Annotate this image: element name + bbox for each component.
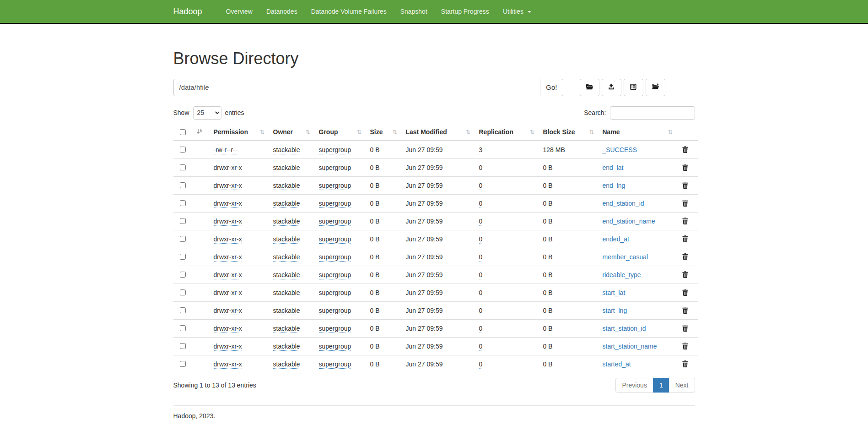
go-button[interactable]: Go! bbox=[540, 79, 563, 96]
row-checkbox[interactable] bbox=[180, 272, 186, 278]
group-value[interactable]: supergroup bbox=[319, 271, 351, 279]
file-link[interactable]: start_station_name bbox=[603, 343, 657, 350]
replication-value[interactable]: 0 bbox=[479, 218, 483, 226]
owner-value[interactable]: stackable bbox=[273, 146, 300, 154]
group-value[interactable]: supergroup bbox=[319, 343, 351, 351]
row-checkbox[interactable] bbox=[180, 200, 186, 206]
delete-button[interactable] bbox=[681, 306, 689, 315]
page-size-select[interactable]: 25 bbox=[193, 106, 221, 120]
pagination-previous[interactable]: Previous bbox=[615, 378, 653, 393]
row-checkbox[interactable] bbox=[180, 361, 186, 367]
nav-link-snapshot[interactable]: Snapshot bbox=[394, 0, 434, 23]
owner-value[interactable]: stackable bbox=[273, 307, 300, 315]
file-link[interactable]: end_lat bbox=[603, 164, 624, 171]
file-link[interactable]: rideable_type bbox=[603, 271, 641, 278]
nav-link-datanode-volume-failures[interactable]: Datanode Volume Failures bbox=[304, 0, 394, 23]
row-checkbox[interactable] bbox=[180, 147, 186, 153]
replication-value[interactable]: 0 bbox=[479, 253, 483, 262]
brand-link[interactable]: Hadoop bbox=[173, 0, 209, 23]
permission-value[interactable]: drwxr-xr-x bbox=[214, 235, 242, 244]
permission-value[interactable]: drwxr-xr-x bbox=[214, 253, 242, 262]
group-value[interactable]: supergroup bbox=[319, 200, 351, 208]
delete-button[interactable] bbox=[681, 199, 689, 207]
file-link[interactable]: end_station_id bbox=[603, 200, 644, 207]
group-value[interactable]: supergroup bbox=[319, 182, 351, 190]
permission-value[interactable]: drwxr-xr-x bbox=[214, 218, 242, 226]
owner-value[interactable]: stackable bbox=[273, 200, 300, 208]
group-value[interactable]: supergroup bbox=[319, 146, 351, 154]
row-checkbox[interactable] bbox=[180, 236, 186, 242]
owner-value[interactable]: stackable bbox=[273, 235, 300, 244]
delete-button[interactable] bbox=[681, 163, 689, 172]
file-link[interactable]: member_casual bbox=[603, 253, 648, 261]
permission-value[interactable]: drwxr-xr-x bbox=[214, 343, 242, 351]
nav-link-datanodes[interactable]: Datanodes bbox=[259, 0, 304, 23]
group-value[interactable]: supergroup bbox=[319, 360, 351, 369]
nav-link-utilities[interactable]: Utilities bbox=[496, 0, 538, 23]
row-checkbox[interactable] bbox=[180, 289, 186, 295]
owner-value[interactable]: stackable bbox=[273, 253, 300, 262]
header-replication[interactable]: Replication⇅ bbox=[474, 124, 539, 141]
owner-value[interactable]: stackable bbox=[273, 164, 300, 172]
delete-button[interactable] bbox=[681, 288, 689, 297]
replication-value[interactable]: 0 bbox=[479, 271, 483, 279]
file-link[interactable]: _SUCCESS bbox=[603, 146, 637, 153]
nav-link-startup-progress[interactable]: Startup Progress bbox=[434, 0, 496, 23]
paste-into-folder-button[interactable] bbox=[646, 79, 665, 96]
delete-button[interactable] bbox=[681, 252, 689, 261]
permission-value[interactable]: drwxr-xr-x bbox=[214, 289, 242, 297]
header-name[interactable]: Name⇅ bbox=[598, 124, 677, 141]
directory-path-input[interactable] bbox=[173, 79, 541, 96]
owner-value[interactable]: stackable bbox=[273, 289, 300, 297]
replication-value[interactable]: 0 bbox=[479, 200, 483, 208]
header-owner[interactable]: Owner⇅ bbox=[269, 124, 314, 141]
header-permission[interactable]: Permission⇅ bbox=[209, 124, 269, 141]
group-value[interactable]: supergroup bbox=[319, 325, 351, 333]
select-all-checkbox[interactable] bbox=[180, 129, 186, 135]
pagination-page-1[interactable]: 1 bbox=[653, 378, 669, 393]
nav-link-overview[interactable]: Overview bbox=[219, 0, 259, 23]
delete-button[interactable] bbox=[681, 342, 689, 350]
upload-file-button[interactable] bbox=[602, 79, 621, 96]
header-size[interactable]: Size⇅ bbox=[366, 124, 401, 141]
file-info-button[interactable] bbox=[624, 79, 643, 96]
replication-value[interactable]: 0 bbox=[479, 289, 483, 297]
replication-value[interactable]: 3 bbox=[479, 146, 483, 154]
group-value[interactable]: supergroup bbox=[319, 307, 351, 315]
delete-button[interactable] bbox=[681, 360, 689, 368]
replication-value[interactable]: 0 bbox=[479, 164, 483, 172]
create-directory-button[interactable] bbox=[580, 79, 599, 96]
group-value[interactable]: supergroup bbox=[319, 164, 351, 172]
permission-value[interactable]: -rw-r--r-- bbox=[214, 146, 237, 154]
owner-value[interactable]: stackable bbox=[273, 271, 300, 279]
group-value[interactable]: supergroup bbox=[319, 289, 351, 297]
row-checkbox[interactable] bbox=[180, 254, 186, 260]
group-value[interactable]: supergroup bbox=[319, 235, 351, 244]
group-value[interactable]: supergroup bbox=[319, 218, 351, 226]
row-checkbox[interactable] bbox=[180, 182, 186, 188]
file-link[interactable]: start_lng bbox=[603, 307, 627, 314]
header-sort-indicator[interactable] bbox=[192, 124, 209, 141]
replication-value[interactable]: 0 bbox=[479, 360, 483, 369]
search-input[interactable] bbox=[610, 106, 695, 120]
replication-value[interactable]: 0 bbox=[479, 235, 483, 244]
owner-value[interactable]: stackable bbox=[273, 218, 300, 226]
replication-value[interactable]: 0 bbox=[479, 307, 483, 315]
permission-value[interactable]: drwxr-xr-x bbox=[214, 325, 242, 333]
file-link[interactable]: ended_at bbox=[603, 235, 629, 243]
delete-button[interactable] bbox=[681, 145, 689, 154]
delete-button[interactable] bbox=[681, 235, 689, 243]
permission-value[interactable]: drwxr-xr-x bbox=[214, 360, 242, 369]
replication-value[interactable]: 0 bbox=[479, 182, 483, 190]
owner-value[interactable]: stackable bbox=[273, 360, 300, 369]
header-last-modified[interactable]: Last Modified⇅ bbox=[401, 124, 474, 141]
file-link[interactable]: end_station_name bbox=[603, 218, 655, 225]
permission-value[interactable]: drwxr-xr-x bbox=[214, 200, 242, 208]
replication-value[interactable]: 0 bbox=[479, 325, 483, 333]
header-group[interactable]: Group⇅ bbox=[314, 124, 366, 141]
header-block-size[interactable]: Block Size⇅ bbox=[539, 124, 598, 141]
permission-value[interactable]: drwxr-xr-x bbox=[214, 307, 242, 315]
delete-button[interactable] bbox=[681, 270, 689, 279]
replication-value[interactable]: 0 bbox=[479, 343, 483, 351]
file-link[interactable]: started_at bbox=[603, 360, 631, 368]
